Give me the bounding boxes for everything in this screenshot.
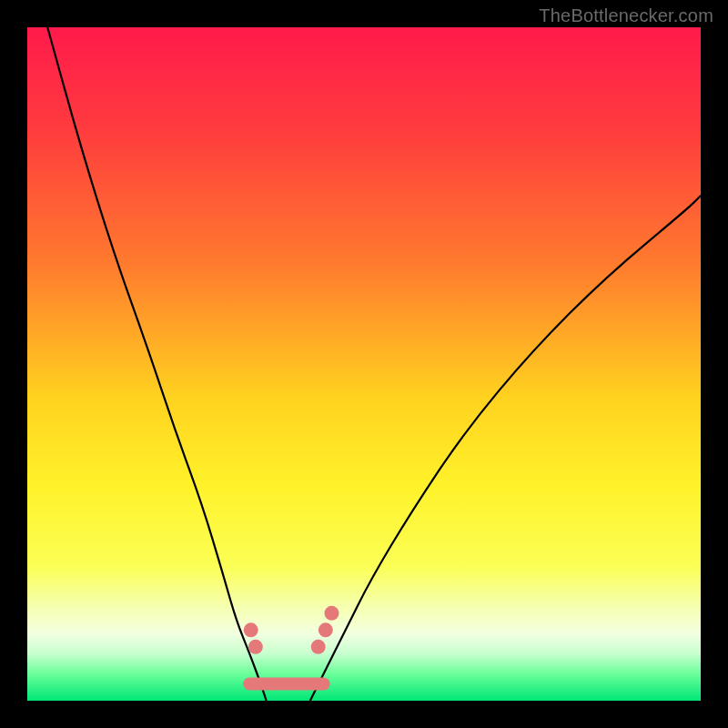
marker-point: [244, 622, 258, 637]
marker-point: [248, 640, 263, 654]
marker-point: [311, 640, 326, 654]
curve-right-branch: [310, 196, 701, 701]
chart-frame: TheBottleneсker.com: [0, 0, 728, 728]
bottleneck-curve: [27, 27, 701, 701]
curve-left-branch: [47, 27, 267, 701]
plot-area: [27, 27, 701, 701]
watermark-text: TheBottleneсker.com: [539, 5, 713, 26]
marker-point: [318, 622, 333, 637]
marker-point: [324, 606, 339, 621]
